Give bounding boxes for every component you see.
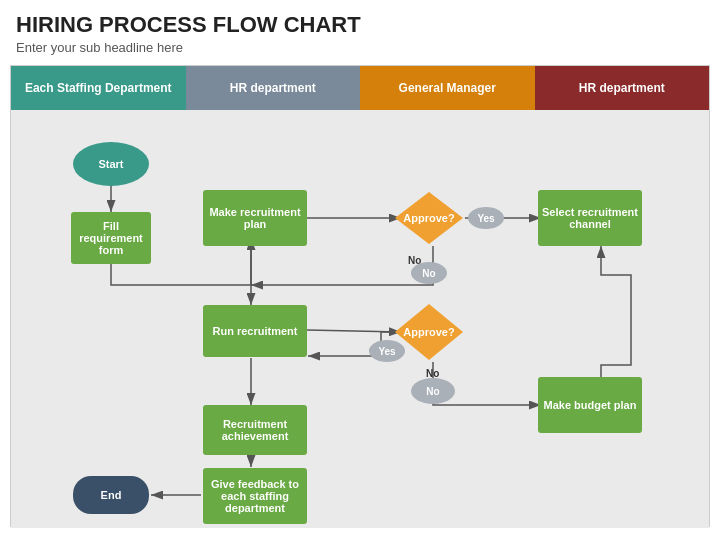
yes1-ellipse: Yes — [468, 207, 504, 229]
approve1-shape: Approve? — [393, 190, 465, 246]
no2-ellipse: No — [411, 378, 455, 404]
run-recruitment-shape: Run recruitment — [203, 305, 307, 357]
col-header-hr1: HR department — [186, 66, 361, 110]
recruitment-achievement-shape: Recruitment achievement — [203, 405, 307, 455]
col-header-staffing: Each Staffing Department — [11, 66, 186, 110]
svg-line-5 — [307, 330, 401, 332]
make-recruitment-shape: Make recruitment plan — [203, 190, 307, 246]
end-shape: End — [73, 476, 149, 514]
page-title: HIRING PROCESS FLOW CHART — [16, 12, 704, 38]
page-header: HIRING PROCESS FLOW CHART Enter your sub… — [0, 0, 720, 59]
flowchart-container: Each Staffing Department HR department G… — [10, 65, 710, 527]
no1-ellipse: No — [411, 262, 447, 284]
col-header-hr2: HR department — [535, 66, 710, 110]
select-channel-shape: Select recruitment channel — [538, 190, 642, 246]
page-subtitle: Enter your sub headline here — [16, 40, 704, 55]
give-feedback-shape: Give feedback to each staffing departmen… — [203, 468, 307, 524]
fill-form-shape: Fill requirement form — [71, 212, 151, 264]
flow-area: Start Fill requirement form Make recruit… — [11, 110, 709, 528]
yes2-ellipse: Yes — [369, 340, 405, 362]
column-headers: Each Staffing Department HR department G… — [11, 66, 709, 110]
col-header-gm: General Manager — [360, 66, 535, 110]
make-budget-shape: Make budget plan — [538, 377, 642, 433]
start-shape: Start — [73, 142, 149, 186]
